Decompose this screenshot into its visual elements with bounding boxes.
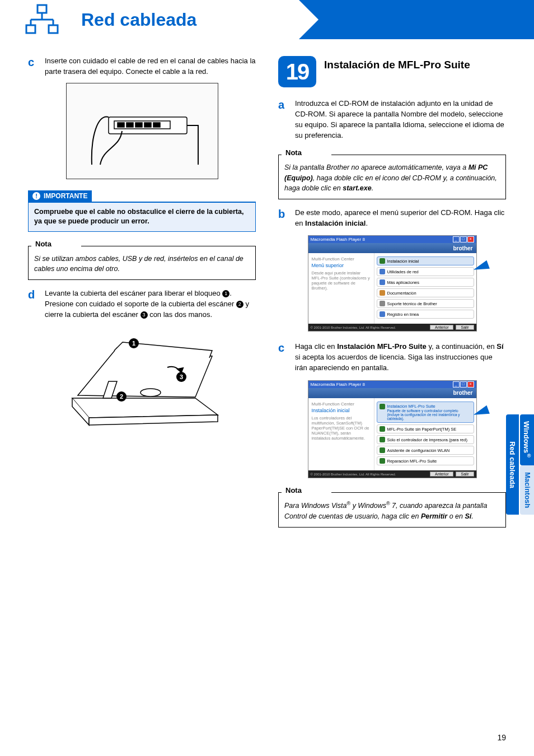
menu-item[interactable]: Soporte técnico de Brother xyxy=(377,299,474,308)
step-title: Instalación de MFL-Pro Suite xyxy=(324,56,470,72)
menu-item[interactable]: Reparación MFL-Pro Suite xyxy=(377,456,474,465)
step-b: b De este modo, aparece el menú superior… xyxy=(278,208,506,229)
menu-item[interactable]: Utilidades de red xyxy=(377,267,474,276)
callout-marker-1: 1 xyxy=(222,290,229,297)
right-column: 19 Instalación de MFL-Pro Suite a Introd… xyxy=(278,56,506,536)
step-number-badge: 19 xyxy=(278,56,316,87)
page-number: 19 xyxy=(497,733,506,742)
brand-toolbar: brother xyxy=(308,388,476,398)
step-text: Levante la cubierta del escáner para lib… xyxy=(45,288,256,320)
note-body: Si se utilizan ambos cables, USB y de re… xyxy=(28,246,256,280)
svg-rect-12 xyxy=(144,123,151,127)
scanner-cover-illustration: 1 2 3 xyxy=(55,325,229,432)
step-letter: a xyxy=(278,99,295,141)
note-body: Para Windows Vista® y Windows® 7, cuando… xyxy=(278,492,506,527)
installer-menu-list: Instalación MFL-Pro Suite Paquete de sof… xyxy=(374,398,476,470)
svg-rect-5 xyxy=(26,25,35,33)
installer-side-panel: Multi-Function Center Menú superior Desd… xyxy=(308,253,374,324)
menu-item[interactable]: Sólo el controlador de impresora (para r… xyxy=(377,435,474,444)
svg-rect-10 xyxy=(127,123,133,127)
note-callout-1: Nota Si se utilizan ambos cables, USB y … xyxy=(28,246,256,280)
step-text: Haga clic en Instalación MFL-Pro Suite y… xyxy=(295,342,506,374)
menu-item[interactable]: Instalación inicial xyxy=(377,256,474,265)
step-c-right: c Haga clic en Instalación MFL-Pro Suite… xyxy=(278,342,506,374)
header-section-title: Red cableada xyxy=(81,10,196,30)
svg-rect-11 xyxy=(135,123,142,127)
step-letter: d xyxy=(28,288,45,320)
svg-rect-13 xyxy=(153,123,160,127)
side-tab-macintosh[interactable]: Macintosh xyxy=(520,465,534,515)
installer-screenshot-1: Macromedia Flash Player 8 _□× brother Mu… xyxy=(308,235,477,332)
window-controls: _□× xyxy=(453,236,474,242)
exclamation-icon: ! xyxy=(32,192,40,200)
menu-item[interactable]: Asistente de configuración WLAN xyxy=(377,446,474,455)
prev-button[interactable]: Anterior xyxy=(430,472,454,477)
installer-screenshot-2: Macromedia Flash Player 8 _□× brother Mu… xyxy=(308,380,477,478)
step-c: c Inserte con cuidado el cable de red en… xyxy=(28,56,256,77)
menu-item[interactable]: MFL-Pro Suite sin PaperPort(TM) SE xyxy=(377,424,474,433)
callout-marker-2: 2 xyxy=(236,301,243,308)
svg-point-18 xyxy=(140,389,161,396)
wired-network-icon xyxy=(25,3,59,36)
menu-item[interactable]: Más aplicaciones xyxy=(377,278,474,287)
step-d: d Levante la cubierta del escáner para l… xyxy=(28,288,256,320)
callout-marker-3: 3 xyxy=(140,311,148,319)
menu-item[interactable]: Documentación xyxy=(377,288,474,297)
router-cable-illustration xyxy=(66,83,218,179)
svg-text:1: 1 xyxy=(132,340,135,347)
note-callout-2: Nota Si la pantalla Brother no aparece a… xyxy=(278,155,506,199)
side-tabs: Red cableada Windows® Macintosh xyxy=(506,414,534,515)
important-header: ! IMPORTANTE xyxy=(28,190,92,202)
left-column: c Inserte con cuidado el cable de red en… xyxy=(28,56,256,536)
step-text: De este modo, aparece el menú superior d… xyxy=(295,208,506,229)
installer-side-panel: Multi-Function Center Instalación inicia… xyxy=(308,398,374,470)
header-left: Red cableada xyxy=(0,0,313,39)
window-titlebar: Macromedia Flash Player 8 _□× xyxy=(308,236,476,243)
svg-text:2: 2 xyxy=(119,393,123,400)
header-chevron-icon xyxy=(299,0,318,39)
window-controls: _□× xyxy=(453,381,474,388)
menu-item[interactable]: Instalación MFL-Pro Suite Paquete de sof… xyxy=(377,402,474,423)
window-titlebar: Macromedia Flash Player 8 _□× xyxy=(308,381,476,388)
prev-button[interactable]: Anterior xyxy=(430,325,454,330)
side-tab-red-cableada[interactable]: Red cableada xyxy=(506,414,519,515)
installer-footer: © 2001-2010 Brother Industries, Ltd. All… xyxy=(308,470,476,478)
side-tab-windows[interactable]: Windows® xyxy=(520,414,534,465)
svg-rect-9 xyxy=(118,123,124,127)
step-text: Introduzca el CD-ROM de instalación adju… xyxy=(295,99,506,141)
menu-item[interactable]: Registro en línea xyxy=(377,310,474,319)
step-letter: c xyxy=(28,56,45,77)
step-text: Inserte con cuidado el cable de red en e… xyxy=(45,56,256,77)
important-body: Compruebe que el cable no obstaculice el… xyxy=(28,202,256,232)
step-letter: b xyxy=(278,208,295,229)
page-header: Red cableada Windows® xyxy=(0,0,534,39)
note-body: Si la pantalla Brother no aparece automá… xyxy=(278,155,506,199)
step-a: a Introduzca el CD-ROM de instalación ad… xyxy=(278,99,506,141)
installer-menu-list: Instalación inicial Utilidades de red Má… xyxy=(374,253,476,324)
exit-button[interactable]: Salir xyxy=(456,325,474,330)
svg-text:3: 3 xyxy=(179,374,182,380)
svg-rect-0 xyxy=(38,5,46,13)
svg-rect-6 xyxy=(49,25,58,33)
brand-toolbar: brother xyxy=(308,243,476,253)
numbered-step-19: 19 Instalación de MFL-Pro Suite xyxy=(278,56,506,87)
installer-footer: © 2001-2010 Brother Industries, Ltd. All… xyxy=(308,324,476,331)
step-letter: c xyxy=(278,342,295,374)
note-callout-3: Nota Para Windows Vista® y Windows® 7, c… xyxy=(278,492,506,527)
important-callout: ! IMPORTANTE Compruebe que el cable no o… xyxy=(28,190,256,232)
exit-button[interactable]: Salir xyxy=(456,472,474,477)
